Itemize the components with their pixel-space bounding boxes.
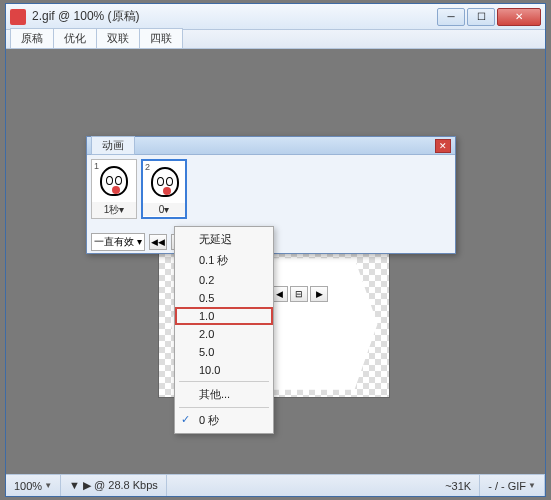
- frames-strip: 1 1秒▾ 2 0▾: [87, 155, 455, 223]
- window-title: 2.gif @ 100% (原稿): [32, 8, 437, 25]
- menu-item-other[interactable]: 其他...: [175, 384, 273, 405]
- filesize-indicator: ~31K: [437, 475, 480, 496]
- menu-item-0-5[interactable]: 0.5: [175, 289, 273, 307]
- window-controls: ─ ☐ ✕: [437, 8, 541, 26]
- face-icon: [151, 167, 179, 197]
- menu-item-10-0[interactable]: 10.0: [175, 361, 273, 379]
- face-icon: [100, 166, 128, 196]
- stop-icon[interactable]: ⊟: [290, 286, 308, 302]
- zoom-value: 100%: [14, 480, 42, 492]
- frame-2[interactable]: 2 0▾: [141, 159, 187, 219]
- app-icon: [10, 9, 26, 25]
- tab-optimized[interactable]: 优化: [53, 28, 97, 48]
- view-tabs: 原稿 优化 双联 四联: [6, 30, 545, 49]
- menu-item-2-0[interactable]: 2.0: [175, 325, 273, 343]
- frame-delay-label[interactable]: 1秒▾: [92, 202, 136, 218]
- tab-original[interactable]: 原稿: [10, 28, 54, 48]
- delay-context-menu: 无延迟 0.1 秒 0.2 0.5 1.0 2.0 5.0 10.0 其他...…: [174, 226, 274, 434]
- minimize-button[interactable]: ─: [437, 8, 465, 26]
- menu-item-0-2[interactable]: 0.2: [175, 271, 273, 289]
- tab-4up[interactable]: 四联: [139, 28, 183, 48]
- menu-item-5-0[interactable]: 5.0: [175, 343, 273, 361]
- menu-item-label: 0 秒: [199, 414, 219, 426]
- menu-item-0-1[interactable]: 0.1 秒: [175, 250, 273, 271]
- menu-item-no-delay[interactable]: 无延迟: [175, 229, 273, 250]
- format-value: - / - GIF: [488, 480, 526, 492]
- panel-tab-animation[interactable]: 动画: [91, 136, 135, 155]
- rewind-button[interactable]: ◀◀: [149, 234, 167, 250]
- menu-item-0-sec[interactable]: ✓ 0 秒: [175, 410, 273, 431]
- panel-header: 动画 ✕: [87, 137, 455, 155]
- frame-delay-label[interactable]: 0▾: [143, 203, 185, 216]
- frame-1[interactable]: 1 1秒▾: [91, 159, 137, 219]
- menu-item-1-0[interactable]: 1.0: [175, 307, 273, 325]
- maximize-button[interactable]: ☐: [467, 8, 495, 26]
- dropdown-icon: ▼: [528, 481, 536, 490]
- menu-separator: [179, 381, 269, 382]
- titlebar: 2.gif @ 100% (原稿) ─ ☐ ✕: [6, 4, 545, 30]
- frame-thumb: 1: [92, 160, 136, 202]
- playback-controls: ◀ ⊟ ▶: [270, 286, 328, 302]
- zoom-selector[interactable]: 100% ▼: [6, 475, 61, 496]
- menu-separator: [179, 407, 269, 408]
- panel-close-button[interactable]: ✕: [435, 139, 451, 153]
- loop-selector[interactable]: 一直有效 ▾: [91, 233, 145, 251]
- frame-number: 1: [94, 161, 99, 171]
- check-icon: ✓: [181, 413, 190, 426]
- dropdown-icon: ▼: [44, 481, 52, 490]
- rate-indicator[interactable]: ▼ ▶ @ 28.8 Kbps: [61, 475, 167, 496]
- close-button[interactable]: ✕: [497, 8, 541, 26]
- format-indicator[interactable]: - / - GIF ▼: [480, 475, 545, 496]
- canvas-area: ◀ ⊟ ▶: [6, 50, 545, 474]
- next-icon[interactable]: ▶: [310, 286, 328, 302]
- frame-thumb: 2: [143, 161, 185, 203]
- frame-number: 2: [145, 162, 150, 172]
- app-window: 2.gif @ 100% (原稿) ─ ☐ ✕ 原稿 优化 双联 四联 ◀ ⊟ …: [5, 3, 546, 497]
- tab-2up[interactable]: 双联: [96, 28, 140, 48]
- statusbar: 100% ▼ ▼ ▶ @ 28.8 Kbps ~31K - / - GIF ▼: [6, 474, 545, 496]
